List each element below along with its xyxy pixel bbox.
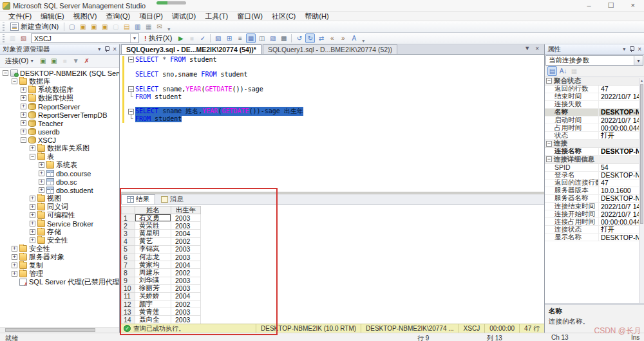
new-file-icon[interactable]: ▢ [67, 22, 77, 32]
tree-expander-icon[interactable]: + [21, 129, 26, 134]
column-header-birthyear[interactable]: 出生年 [171, 206, 201, 214]
chevron-down-icon[interactable]: ▾ [623, 46, 625, 52]
menu-item[interactable]: 视图(V) [69, 12, 102, 21]
result-cell[interactable]: 2003 [171, 222, 201, 230]
close-document-icon[interactable]: × [535, 45, 539, 52]
scrollbar-thumb[interactable] [640, 84, 643, 224]
tree-expander-icon[interactable]: + [21, 112, 26, 118]
property-row[interactable]: SPID54 [545, 164, 639, 172]
categorized-icon[interactable]: ▤ [547, 66, 557, 76]
row-number-cell[interactable]: 13 [121, 308, 135, 316]
result-cell[interactable]: 2003 [171, 214, 201, 222]
actual-plan-icon[interactable]: ▨ [268, 33, 278, 43]
pin-icon[interactable] [629, 46, 634, 52]
chevron-down-icon[interactable]: ▼ [130, 34, 138, 42]
menu-item[interactable]: 编辑(E) [36, 12, 69, 21]
result-cell[interactable]: 2003 [171, 316, 201, 324]
tree-item[interactable]: +数据库关系图 [0, 144, 119, 152]
property-row[interactable]: 连接失败 [545, 101, 639, 109]
menu-item[interactable]: 调试(D) [167, 12, 200, 21]
database-tuning-icon[interactable]: ▧ [19, 33, 28, 43]
sync-icon[interactable]: ↻ [305, 33, 315, 43]
grid-corner-cell[interactable] [121, 206, 135, 214]
property-category[interactable]: −连接详细信息 [545, 156, 639, 164]
tree-item[interactable]: +安全性 [0, 244, 119, 253]
tree-item[interactable]: +安全性 [0, 236, 119, 244]
active-files-icon[interactable]: ▼ [524, 45, 530, 52]
toolbar-grip[interactable] [3, 23, 5, 31]
chevron-down-icon[interactable]: ▼ [634, 56, 643, 65]
intellisense-icon[interactable]: A [349, 33, 359, 43]
tab-sqlquery1[interactable]: SQLQuery1.sql - D...BME2IK\20774 (52)) [263, 44, 397, 54]
outdent-icon[interactable]: « [327, 33, 337, 43]
activity-monitor-icon[interactable]: ▥ [8, 33, 17, 43]
alphabetical-sort-icon[interactable]: A↓ [558, 66, 568, 76]
property-row[interactable]: 显示名称DESKTOP-NBME2IK [545, 234, 639, 241]
row-number-cell[interactable]: 4 [121, 238, 135, 246]
switch-connection-icon[interactable]: ⇄ [316, 33, 326, 43]
property-row[interactable]: 连接状态打开 [545, 226, 639, 234]
menu-item[interactable]: 帮助(H) [300, 12, 333, 21]
tree-expander-icon[interactable]: + [21, 120, 26, 126]
indent-icon[interactable]: » [338, 33, 348, 43]
result-cell[interactable]: 2002 [171, 238, 201, 246]
row-number-cell[interactable]: 14 [121, 316, 135, 324]
close-button[interactable]: × [631, 1, 635, 10]
tree-item[interactable]: +Service Broker [0, 219, 119, 228]
row-number-cell[interactable]: 5 [121, 246, 135, 253]
result-cell[interactable]: 聂向全 [135, 316, 171, 324]
result-cell[interactable]: 2004 [171, 293, 201, 300]
property-row[interactable]: 名称DESKTOP-NBME2IK [545, 109, 639, 116]
tree-expander-icon[interactable]: + [39, 179, 44, 185]
pin-icon[interactable] [104, 46, 109, 52]
tree-expander-icon[interactable]: + [39, 170, 44, 176]
row-number-cell[interactable]: 12 [121, 300, 135, 308]
tree-item[interactable]: −DESKTOP-NBME2IK (SQL Server 10.0.160 [0, 69, 119, 77]
connect-button[interactable]: 连接(O) ▼ [3, 57, 37, 66]
result-cell[interactable]: 2003 [171, 285, 201, 293]
menu-item[interactable]: 社区(C) [267, 12, 300, 21]
results-to-grid-icon[interactable]: ▦ [246, 33, 256, 43]
result-cell[interactable]: 2004 [171, 230, 201, 237]
tree-item[interactable]: +服务器对象 [0, 253, 119, 261]
property-row[interactable]: 返回的连接行数47 [545, 180, 639, 187]
close-icon[interactable]: × [113, 46, 117, 53]
add-diagram-icon[interactable]: ▣ [89, 22, 99, 32]
debug-play-icon[interactable]: ▶ [176, 33, 185, 43]
script-error-icon[interactable]: ✗ [82, 56, 91, 66]
tree-item[interactable]: +管理 [0, 270, 119, 278]
tree-expander-icon[interactable]: + [21, 87, 26, 93]
vertical-scrollbar[interactable]: ▲ [639, 78, 644, 303]
result-cell[interactable]: 2003 [171, 308, 201, 316]
tree-item[interactable]: +复制 [0, 261, 119, 270]
tree-expander-icon[interactable]: + [30, 145, 35, 151]
category-collapse-icon[interactable]: − [546, 78, 552, 84]
tree-expander-icon[interactable]: + [12, 263, 17, 268]
tree-item[interactable]: −数据库 [0, 77, 119, 86]
tree-expander-icon[interactable]: + [12, 271, 17, 277]
property-row[interactable]: 服务器版本10.0.1600 [545, 187, 639, 195]
result-cell[interactable]: 2004 [171, 261, 201, 269]
tree-expander-icon[interactable]: + [12, 254, 17, 260]
property-row[interactable]: 连接结束时间2022/10/7 14:21:14 [545, 203, 639, 210]
row-number-cell[interactable]: 10 [121, 285, 135, 293]
tree-item[interactable]: +dbo.student [0, 186, 119, 194]
save-icon[interactable]: ▥ [133, 22, 142, 32]
tree-item[interactable]: +视图 [0, 194, 119, 203]
tree-expander-icon[interactable]: + [30, 229, 35, 235]
stop-icon[interactable]: ■ [187, 33, 196, 43]
tree-expander-icon[interactable]: + [30, 212, 35, 218]
result-cell[interactable]: 2003 [171, 246, 201, 253]
result-cell[interactable]: 2002 [171, 269, 201, 277]
tree-expander-icon[interactable]: + [39, 162, 44, 168]
chevron-down-icon[interactable]: ▾ [98, 46, 100, 52]
property-category[interactable]: −聚合状态 [545, 77, 639, 86]
execute-button[interactable]: ! 执行(X) [141, 33, 175, 44]
tree-item[interactable]: +可编程性 [0, 211, 119, 219]
tree-expander-icon[interactable]: − [30, 154, 35, 160]
properties-combobox[interactable]: 当前连接参数 ▼ [545, 55, 643, 66]
row-number-cell[interactable]: 2 [121, 222, 135, 230]
tree-item[interactable]: +系统数据库 [0, 86, 119, 94]
estimated-plan-icon[interactable]: ▧ [213, 33, 223, 43]
tree-expander-icon[interactable]: − [21, 137, 26, 143]
